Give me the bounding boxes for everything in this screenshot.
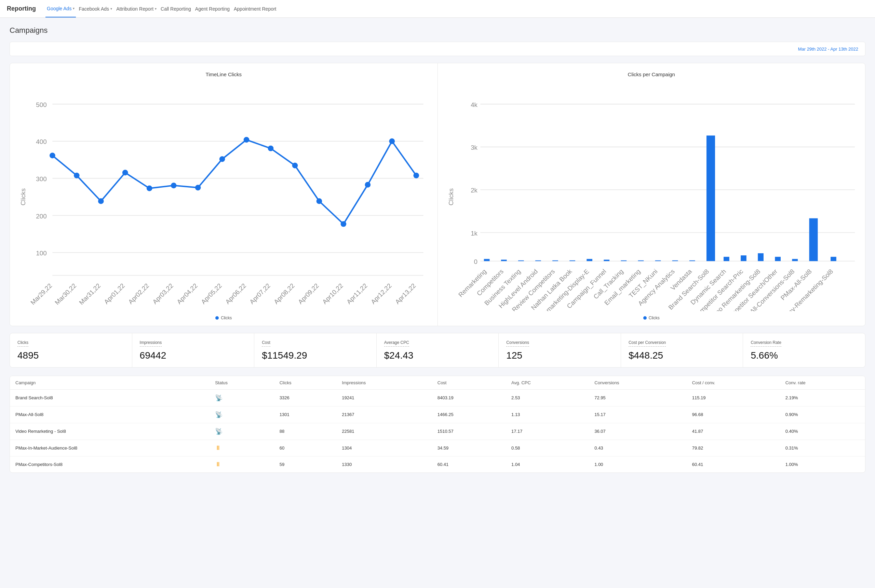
stat-card-avg-cpc: Average CPC $24.43 (377, 333, 499, 367)
table-row[interactable]: PMax-Competitors-Sol8 ⏸ 59 1330 60.41 1.… (10, 456, 865, 472)
cell-cost: 60.41 (432, 456, 506, 472)
svg-text:Apr06,22: Apr06,22 (224, 282, 247, 306)
svg-text:Mar29,22: Mar29,22 (29, 282, 53, 306)
cell-status: ⏸ (210, 440, 274, 456)
svg-rect-64 (638, 261, 644, 261)
svg-rect-71 (758, 254, 764, 261)
svg-text:Apr09,22: Apr09,22 (297, 282, 320, 306)
cell-conversions: 0.43 (589, 440, 686, 456)
table-row[interactable]: Brand Search-Sol8 📡 3326 19241 8403.19 2… (10, 389, 865, 406)
svg-text:300: 300 (36, 176, 46, 183)
timeline-chart-panel: TimeLine Clicks 500 400 300 200 100 (10, 63, 438, 326)
svg-text:4k: 4k (470, 101, 478, 108)
svg-rect-70 (741, 255, 746, 261)
svg-point-24 (341, 221, 346, 227)
svg-text:Apr12,22: Apr12,22 (370, 282, 393, 306)
campaign-legend-dot (643, 316, 647, 320)
svg-point-27 (413, 172, 419, 178)
col-header-cost[interactable]: Cost (432, 376, 506, 390)
table-body: Brand Search-Sol8 📡 3326 19241 8403.19 2… (10, 389, 865, 472)
col-header-conv--rate[interactable]: Conv. rate (780, 376, 865, 390)
svg-point-25 (365, 182, 370, 188)
timeline-legend: Clicks (17, 315, 431, 320)
col-header-avg--cpc[interactable]: Avg. CPC (506, 376, 589, 390)
page-title: Campaigns (10, 26, 865, 35)
svg-text:Clicks: Clicks (447, 188, 455, 206)
stat-card-conversions: Conversions 125 (499, 333, 621, 367)
cell-impressions: 22581 (336, 423, 432, 440)
nav-item-attribution-report[interactable]: Attribution Report▾ (115, 0, 158, 17)
col-header-campaign[interactable]: Campaign (10, 376, 210, 390)
cell-status: 📡 (210, 423, 274, 440)
nav-item-agent-reporting[interactable]: Agent Reporting (194, 0, 231, 17)
col-header-conversions[interactable]: Conversions (589, 376, 686, 390)
svg-rect-73 (792, 259, 798, 261)
stat-value-cost-per-conversion: $448.25 (629, 350, 736, 361)
nav-item-call-reporting[interactable]: Call Reporting (159, 0, 192, 17)
timeline-legend-label: Clicks (221, 315, 232, 320)
nav-item-appointment-report[interactable]: Appointment Report (232, 0, 278, 17)
timeline-svg: 500 400 300 200 100 Clicks (17, 83, 431, 311)
cell-avg-cpc: 2.53 (506, 389, 589, 406)
cell-impressions: 19241 (336, 389, 432, 406)
svg-rect-67 (689, 261, 695, 261)
cell-conv-rate: 0.90% (780, 406, 865, 423)
col-header-clicks[interactable]: Clicks (274, 376, 337, 390)
col-header-impressions[interactable]: Impressions (336, 376, 432, 390)
stat-card-clicks: Clicks 4895 (10, 333, 132, 367)
svg-point-23 (316, 198, 322, 204)
stat-value-cost: $11549.29 (262, 350, 369, 361)
stat-label-clicks: Clicks (17, 340, 28, 346)
col-header-status[interactable]: Status (210, 376, 274, 390)
stat-label-conversions: Conversions (506, 340, 529, 346)
table-row[interactable]: PMax-All-Sol8 📡 1301 21367 1466.25 1.13 … (10, 406, 865, 423)
date-range[interactable]: Mar 29th 2022 - Apr 13th 2022 (798, 46, 858, 52)
status-paused-icon: ⏸ (215, 444, 221, 452)
cell-avg-cpc: 17.17 (506, 423, 589, 440)
stat-label-avg-cpc: Average CPC (384, 340, 409, 346)
cell-cost: 1466.25 (432, 406, 506, 423)
cell-cost-conv: 96.68 (687, 406, 780, 423)
stat-label-cost-per-conversion: Cost per Conversion (629, 340, 666, 346)
svg-rect-59 (552, 261, 558, 261)
cell-cost: 1510.57 (432, 423, 506, 440)
nav-item-facebook-ads[interactable]: Facebook Ads▾ (77, 0, 114, 17)
svg-text:Apr05,22: Apr05,22 (199, 282, 223, 306)
svg-rect-63 (621, 261, 626, 261)
svg-text:Apr03,22: Apr03,22 (151, 282, 175, 306)
svg-rect-57 (518, 261, 524, 261)
cell-conv-rate: 1.00% (780, 456, 865, 472)
svg-text:Apr07,22: Apr07,22 (248, 282, 272, 306)
svg-text:Apr10,22: Apr10,22 (321, 282, 345, 306)
cell-cost-conv: 79.82 (687, 440, 780, 456)
svg-rect-75 (830, 257, 836, 261)
cell-conversions: 36.07 (589, 423, 686, 440)
cell-campaign: Video Remarketing - Sol8 (10, 423, 210, 440)
cell-clicks: 59 (274, 456, 337, 472)
stat-card-cost: Cost $11549.29 (254, 333, 377, 367)
stat-card-impressions: Impressions 69442 (132, 333, 255, 367)
table-row[interactable]: PMax-In-Market-Audience-Sol8 ⏸ 60 1304 3… (10, 440, 865, 456)
svg-rect-65 (655, 261, 661, 261)
cell-clicks: 60 (274, 440, 337, 456)
nav-items: Google Ads▾Facebook Ads▾Attribution Repo… (45, 0, 278, 17)
nav-item-google-ads[interactable]: Google Ads▾ (45, 0, 76, 17)
svg-text:200: 200 (36, 213, 46, 220)
timeline-chart-title: TimeLine Clicks (17, 72, 431, 77)
svg-text:Clicks: Clicks (19, 188, 27, 206)
stat-value-conversion-rate: 5.66% (751, 350, 858, 361)
svg-point-21 (268, 146, 274, 152)
svg-text:3k: 3k (470, 144, 478, 151)
cell-status: 📡 (210, 389, 274, 406)
svg-rect-60 (569, 261, 575, 261)
date-bar[interactable]: Mar 29th 2022 - Apr 13th 2022 (10, 42, 865, 56)
svg-point-18 (195, 184, 201, 190)
stat-label-conversion-rate: Conversion Rate (751, 340, 781, 346)
campaigns-table: CampaignStatusClicksImpressionsCostAvg. … (10, 376, 865, 472)
table-row[interactable]: Video Remarketing - Sol8 📡 88 22581 1510… (10, 423, 865, 440)
cell-campaign: Brand Search-Sol8 (10, 389, 210, 406)
svg-text:Mar31,22: Mar31,22 (78, 282, 102, 306)
svg-rect-55 (484, 259, 490, 261)
col-header-cost---conv-[interactable]: Cost / conv. (687, 376, 780, 390)
cell-clicks: 3326 (274, 389, 337, 406)
